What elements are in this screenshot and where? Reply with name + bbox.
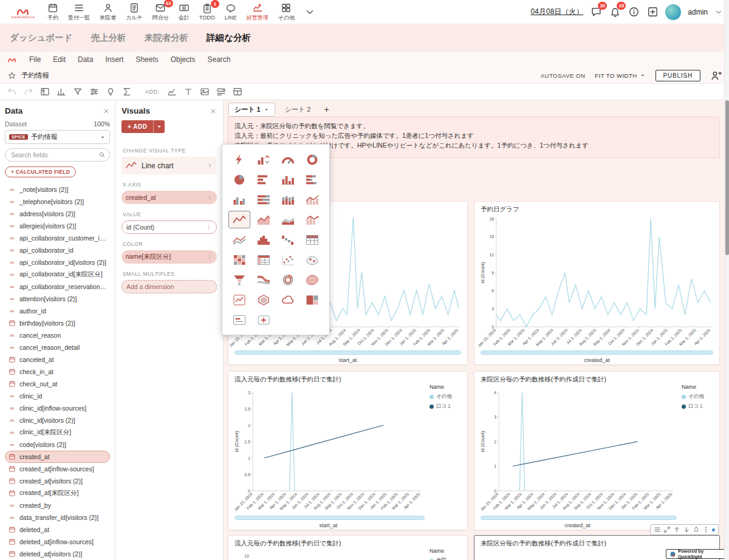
- visual-type-gauge[interactable]: [277, 151, 299, 168]
- visual-type-radar[interactable]: [253, 291, 275, 309]
- visual-type-line[interactable]: [228, 211, 250, 228]
- user-avatar[interactable]: [665, 4, 681, 20]
- visual-type-clustered-bar[interactable]: [228, 191, 250, 208]
- add-layout-icon[interactable]: [233, 87, 242, 97]
- field-row[interactable]: abcattention[visitors (2)]: [5, 293, 110, 305]
- field-row[interactable]: abc_telephone[visitors (2)]: [5, 196, 110, 208]
- share-icon[interactable]: [710, 70, 722, 81]
- well-pill[interactable]: name[来院区分]: [122, 250, 217, 264]
- field-row[interactable]: birthday[visitors (2)]: [5, 317, 110, 329]
- analytics-tab-1[interactable]: ダッシュボード: [10, 32, 73, 44]
- chart-card[interactable]: 来院区分毎の予約数推移(予約作成日で集計)01234Jan 15, 2024Fe…: [474, 371, 720, 530]
- close-visuals-panel-icon[interactable]: [210, 108, 217, 115]
- field-row[interactable]: abcaddress[visitors (2)]: [5, 208, 110, 220]
- dataset-selector[interactable]: SPICE 予約情報: [5, 130, 110, 144]
- legend-item[interactable]: 来院...: [430, 557, 465, 560]
- field-row[interactable]: abccancel_reason_detail: [5, 341, 110, 353]
- add-sheet-control-icon[interactable]: [216, 87, 226, 97]
- favorite-star-icon[interactable]: [7, 71, 16, 80]
- menu-insert[interactable]: Insert: [105, 55, 123, 64]
- undo-icon[interactable]: [7, 87, 17, 97]
- redo-icon[interactable]: [24, 87, 33, 97]
- field-row[interactable]: canceled_at: [5, 353, 110, 366]
- controls-icon[interactable]: [89, 87, 99, 97]
- field-row[interactable]: abcclinic_id[visitors (2)]: [5, 414, 110, 426]
- field-row[interactable]: created_at[visitors (2)]: [5, 475, 110, 487]
- visual-type-histogram[interactable]: [253, 231, 275, 248]
- visual-type-donut[interactable]: [301, 151, 323, 168]
- well-pill[interactable]: id (Count): [122, 220, 217, 234]
- feedback-button[interactable]: [646, 6, 659, 18]
- search-fields-input[interactable]: [5, 148, 110, 162]
- chart-x-scrollbar[interactable]: [234, 350, 461, 355]
- chart-x-scrollbar[interactable]: [481, 516, 677, 520]
- field-row[interactable]: deleted_at[visitors (2)]: [5, 548, 110, 560]
- visual-type-multi-line[interactable]: [228, 231, 250, 248]
- chat-button[interactable]: 20: [590, 6, 602, 18]
- field-row[interactable]: abcclinic_id: [5, 390, 110, 402]
- field-row[interactable]: check_in_at: [5, 366, 110, 378]
- user-name[interactable]: admin: [688, 8, 708, 16]
- arrow-down-icon[interactable]: [683, 526, 690, 533]
- nav-item-collapse[interactable]: [299, 7, 320, 18]
- more-options-icon[interactable]: [206, 224, 212, 231]
- field-row[interactable]: abcallergies[visitors (2)]: [5, 220, 110, 232]
- nav-item-person[interactable]: 来院者: [95, 2, 121, 22]
- caret-down-icon[interactable]: [154, 120, 165, 133]
- nav-item-calendar[interactable]: 予約: [43, 2, 63, 22]
- calculated-field-button[interactable]: + CALCULATED FIELD: [5, 166, 76, 177]
- menu-data[interactable]: Data: [78, 55, 93, 64]
- field-row[interactable]: abcapi_collaborator_id[来院区分]: [5, 268, 110, 281]
- page-scrollbar[interactable]: [724, 0, 729, 560]
- publish-button[interactable]: PUBLISH: [655, 70, 700, 81]
- sheet-tab-1[interactable]: シート 1: [228, 103, 275, 117]
- field-row[interactable]: abcclinic_id[来院区分]: [5, 426, 110, 439]
- field-row[interactable]: check_out_at: [5, 378, 110, 390]
- visual-type-vertical-bar[interactable]: [277, 171, 299, 188]
- add-sheet-button[interactable]: +: [320, 104, 332, 114]
- current-date[interactable]: 04月08日（火）: [531, 7, 584, 17]
- field-row[interactable]: abcapi_collaborator_customer_id[vi...: [5, 232, 110, 244]
- chart-x-scrollbar[interactable]: [481, 350, 713, 355]
- add-visual-icon[interactable]: [167, 87, 177, 97]
- analytics-tab-3[interactable]: 来院者分析: [145, 32, 189, 44]
- visual-type-points-map[interactable]: [301, 251, 323, 268]
- legend-item[interactable]: その他: [430, 393, 465, 400]
- selected-visual-type[interactable]: Line chart: [122, 157, 217, 174]
- field-row[interactable]: abcdata_transfer_id[visitors (2)]: [5, 511, 110, 524]
- visual-type-sankey[interactable]: [253, 271, 275, 289]
- visual-type-heatmap[interactable]: [228, 251, 250, 268]
- field-row[interactable]: created_at: [5, 451, 110, 463]
- add-text-icon[interactable]: [183, 87, 193, 97]
- menu-icon[interactable]: [654, 526, 661, 533]
- well-pill[interactable]: created_at: [122, 191, 217, 204]
- visual-type-area-line[interactable]: [253, 211, 275, 228]
- field-row[interactable]: abcauthor_id: [5, 305, 110, 317]
- visual-type-table[interactable]: [301, 231, 323, 248]
- more-icon[interactable]: [702, 526, 710, 533]
- autosave-toggle[interactable]: AUTOSAVE ON: [541, 72, 585, 79]
- field-row[interactable]: abcclinic_id[inflow-sources]: [5, 402, 110, 414]
- visual-type-word-cloud[interactable]: [277, 291, 299, 309]
- visual-type-autograph[interactable]: [228, 151, 250, 168]
- chart-card[interactable]: 流入元毎の予約数推移(予約日で集計)00.511.522.53Jan 15, 2…: [228, 371, 468, 530]
- visual-types-icon[interactable]: [56, 87, 66, 97]
- nav-item-document[interactable]: カルテ: [121, 2, 148, 22]
- visual-type-custom-visual[interactable]: [253, 311, 275, 329]
- info-button[interactable]: [628, 6, 640, 18]
- drop-icon[interactable]: [693, 526, 700, 533]
- visual-type-funnel[interactable]: [228, 271, 250, 289]
- chart-x-scrollbar[interactable]: [234, 516, 425, 520]
- more-options-icon[interactable]: [207, 253, 213, 261]
- visual-type-donut-multi[interactable]: [277, 271, 299, 289]
- chart-card[interactable]: 予約日グラフ0369121518Jan 15, 2024Feb 1, 2024M…: [474, 201, 720, 365]
- legend-item[interactable]: 口コミ: [430, 403, 465, 410]
- analytics-tab-2[interactable]: 売上分析: [91, 32, 126, 44]
- legend-item[interactable]: その他: [682, 393, 717, 400]
- calculations-icon[interactable]: [122, 87, 132, 97]
- field-row[interactable]: created_at[inflow-sources]: [5, 463, 110, 475]
- nav-item-list[interactable]: 受付一覧: [63, 2, 95, 22]
- left-panel-icon[interactable]: [40, 87, 50, 97]
- more-options-icon[interactable]: [207, 194, 213, 201]
- menu-sheets[interactable]: Sheets: [135, 55, 158, 64]
